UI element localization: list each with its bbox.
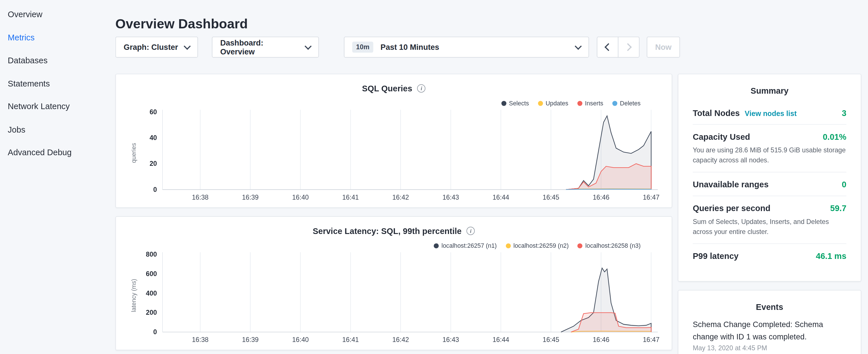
summary-row-p99-latency: P99 latency 46.1 ms: [693, 244, 846, 267]
svg-text:16:42: 16:42: [392, 336, 409, 344]
info-icon[interactable]: [417, 84, 426, 93]
legend-item-selects[interactable]: Selects: [501, 100, 529, 106]
svg-text:16:43: 16:43: [442, 336, 459, 344]
legend-dot-icon: [434, 243, 438, 248]
dashboard-dropdown-button[interactable]: Dashboard: Overview: [212, 37, 319, 58]
event-item[interactable]: Schema Change Completed: Schema change w…: [693, 319, 846, 352]
svg-text:16:39: 16:39: [242, 336, 258, 344]
svg-text:16:41: 16:41: [342, 336, 359, 344]
app-root: Overview Metrics Databases Statements Ne…: [0, 0, 868, 354]
graph-dropdown-label: Graph: Cluster: [124, 43, 178, 52]
capacity-used-label: Capacity Used: [693, 132, 750, 141]
chevron-right-icon: [624, 43, 631, 51]
svg-text:16:43: 16:43: [442, 194, 459, 201]
svg-text:16:46: 16:46: [593, 336, 609, 344]
dashboard-canvas: Overview Metrics Databases Statements Ne…: [0, 0, 868, 354]
summary-row-queries-per-second: Queries per second 59.7 Sum of Selects, …: [693, 196, 846, 244]
svg-text:16:40: 16:40: [292, 194, 309, 201]
sidebar-item-network-latency[interactable]: Network Latency: [0, 95, 108, 118]
time-range-picker[interactable]: 10m Past 10 Minutes: [344, 37, 589, 58]
summary-row-total-nodes: Total Nodes View nodes list 3: [693, 101, 846, 125]
legend-label: Inserts: [585, 100, 603, 106]
svg-text:200: 200: [146, 309, 157, 316]
legend-item-n1[interactable]: localhost:26257 (n1): [434, 242, 497, 249]
svg-text:16:46: 16:46: [593, 194, 609, 201]
sidebar-item-jobs[interactable]: Jobs: [0, 118, 108, 141]
chart-title: Service Latency: SQL, 99th percentile: [313, 226, 462, 236]
svg-text:16:44: 16:44: [493, 194, 509, 201]
legend-item-inserts[interactable]: Inserts: [577, 100, 603, 106]
now-button[interactable]: Now: [647, 37, 680, 58]
legend-dot-icon: [612, 100, 617, 105]
svg-text:16:41: 16:41: [342, 194, 359, 201]
svg-text:16:47: 16:47: [643, 194, 659, 201]
latency-chart: 16:3816:3916:4016:4116:4216:4316:4416:45…: [116, 249, 673, 348]
legend-label: localhost:26259 (n2): [514, 242, 569, 249]
svg-text:800: 800: [146, 251, 157, 258]
legend-dot-icon: [505, 243, 510, 248]
svg-text:16:42: 16:42: [392, 194, 409, 201]
sidebar-item-databases[interactable]: Databases: [0, 49, 108, 72]
time-range-badge: 10m: [352, 41, 373, 53]
sql-queries-chart: 16:3816:3916:4016:4116:4216:4316:4416:45…: [116, 106, 673, 205]
time-range-label: Past 10 Minutes: [380, 43, 439, 52]
svg-text:16:45: 16:45: [542, 194, 559, 201]
chevron-down-icon: [184, 42, 191, 50]
summary-panel: Summary Total Nodes View nodes list 3 Ca…: [678, 74, 861, 282]
events-panel: Events Schema Change Completed: Schema c…: [678, 290, 861, 354]
summary-rows: Total Nodes View nodes list 3 Capacity U…: [693, 101, 846, 267]
dashboard-dropdown-label: Dashboard: Overview: [220, 38, 299, 56]
unavailable-ranges-value: 0: [842, 180, 846, 189]
chevron-down-icon: [575, 42, 582, 50]
svg-text:16:38: 16:38: [192, 194, 209, 201]
view-nodes-list-link[interactable]: View nodes list: [745, 109, 797, 118]
time-forward-button[interactable]: [618, 37, 639, 58]
legend-item-n3[interactable]: localhost:26258 (n3): [578, 242, 641, 249]
svg-text:40: 40: [150, 134, 157, 141]
chevron-left-icon: [604, 43, 612, 51]
sql-queries-panel: SQL Queries Selects Updates Inserts: [116, 74, 672, 207]
chart-legend: Selects Updates Inserts Deletes: [501, 100, 641, 106]
p99-latency-label: P99 latency: [693, 251, 739, 261]
legend-item-deletes[interactable]: Deletes: [612, 100, 641, 106]
svg-text:16:38: 16:38: [192, 336, 209, 344]
legend-label: Deletes: [620, 100, 641, 106]
events-title: Events: [693, 302, 846, 312]
qps-value: 59.7: [830, 203, 846, 213]
svg-text:20: 20: [150, 160, 157, 167]
legend-item-updates[interactable]: Updates: [538, 100, 568, 106]
legend-label: Selects: [509, 100, 529, 106]
info-icon[interactable]: [467, 227, 475, 235]
service-latency-panel: Service Latency: SQL, 99th percentile lo…: [116, 216, 672, 350]
svg-text:16:45: 16:45: [542, 336, 559, 344]
svg-text:16:39: 16:39: [242, 194, 258, 201]
legend-label: localhost:26257 (n1): [442, 242, 497, 249]
sidebar-item-advanced-debug[interactable]: Advanced Debug: [0, 141, 108, 164]
chart-legend: localhost:26257 (n1) localhost:26259 (n2…: [434, 242, 641, 249]
capacity-used-value: 0.01%: [823, 132, 846, 141]
p99-latency-value: 46.1 ms: [816, 251, 846, 261]
chart-title: SQL Queries: [362, 84, 412, 93]
svg-text:0: 0: [153, 186, 157, 193]
qps-label: Queries per second: [693, 203, 770, 213]
qps-description: Sum of Selects, Updates, Inserts, and De…: [693, 217, 846, 237]
sidebar-item-overview[interactable]: Overview: [0, 3, 108, 26]
svg-text:16:47: 16:47: [643, 336, 659, 344]
event-timestamp: May 13, 2020 at 4:45 PM: [693, 345, 846, 352]
svg-text:16:44: 16:44: [493, 336, 509, 344]
sidebar-item-metrics[interactable]: Metrics: [0, 26, 108, 49]
legend-dot-icon: [578, 243, 582, 248]
svg-text:400: 400: [146, 290, 157, 297]
time-back-button[interactable]: [597, 37, 618, 58]
chevron-down-icon: [305, 42, 312, 50]
legend-dot-icon: [501, 100, 506, 105]
capacity-used-description: You are using 28.6 MiB of 515.9 GiB usab…: [693, 145, 846, 165]
legend-dot-icon: [538, 100, 543, 105]
graph-dropdown-button[interactable]: Graph: Cluster: [116, 37, 198, 58]
legend-item-n2[interactable]: localhost:26259 (n2): [505, 242, 568, 249]
summary-row-capacity-used: Capacity Used 0.01% You are using 28.6 M…: [693, 125, 846, 172]
unavailable-ranges-label: Unavailable ranges: [693, 180, 769, 189]
sidebar-item-statements[interactable]: Statements: [0, 72, 108, 95]
event-text: Schema Change Completed: Schema change w…: [693, 319, 846, 343]
summary-row-unavailable-ranges: Unavailable ranges 0: [693, 172, 846, 196]
